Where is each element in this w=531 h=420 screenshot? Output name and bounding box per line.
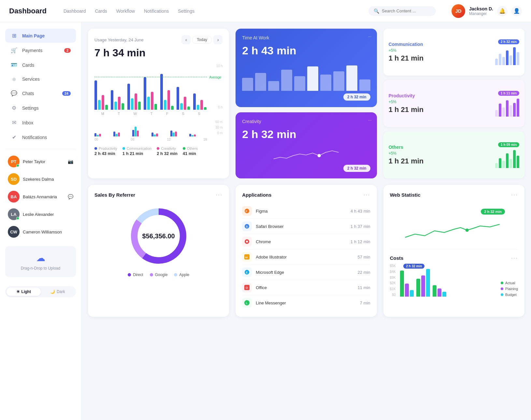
web-stat-svg [390, 218, 518, 244]
app-card-header: Applications ··· [242, 191, 370, 198]
comm-dot [122, 147, 125, 150]
comm-card-value: 1 h 21 min [389, 54, 424, 63]
prod-chart-bars [495, 97, 519, 117]
nav-settings[interactable]: Settings [178, 8, 194, 14]
contact-szekeres-dalma[interactable]: SD Szekeres Dalma [5, 171, 76, 188]
app-more-btn[interactable]: ··· [364, 191, 370, 198]
creativity-more-btn[interactable]: ··· [368, 118, 372, 122]
creativity-value: 2 h 32 min [242, 128, 370, 141]
web-stat-more-btn[interactable]: ··· [511, 191, 518, 198]
prod-card-left: Productivity +5% 1 h 21 min [389, 93, 424, 114]
sidebar-item-main-page[interactable]: ⊞ Main Page [5, 29, 76, 43]
comm-badge: 2 h 32 min [498, 39, 519, 44]
plaining-label: Plaining [505, 287, 518, 291]
sidebar-item-chats[interactable]: 💬 Chats 24 [5, 86, 76, 100]
mini-label-06: 06 [131, 138, 134, 141]
contact-peter-taylor[interactable]: PT Peter Taylor 📷 [5, 153, 76, 170]
prev-arrow[interactable]: ‹ [181, 35, 191, 44]
costs-badge: 2 h 32 min [403, 264, 424, 269]
figma-name: Figma [256, 209, 347, 214]
sidebar-item-inbox[interactable]: ✉ Inbox [5, 116, 76, 130]
others-card-right: 1 h 09 min [495, 142, 519, 168]
google-label: Google [155, 273, 168, 277]
contact-avatar-cameron: CW [8, 226, 20, 238]
usage-subtitle: Usage Yesterday, 24 June [94, 37, 144, 42]
donut-legend: Direct Google Apple [128, 273, 189, 277]
upload-section[interactable]: ☁ Drag-n-Drop to Upload [5, 246, 76, 277]
usage-card: Usage Yesterday, 24 June ‹ Today › 7 h 3… [88, 29, 229, 178]
sidebar-item-services[interactable]: ◎ Services [5, 73, 76, 86]
edge-name: Microsoft Edge [256, 270, 353, 275]
adobe-icon: Ai [242, 252, 252, 262]
bar-m-prod [94, 80, 97, 110]
light-theme-btn[interactable]: ☀ Light [7, 287, 41, 296]
upload-text: Drag-n-Drop to Upload [12, 266, 69, 271]
time-bar-2 [255, 73, 266, 91]
contact-leslie[interactable]: LA Leslie Alexander [5, 206, 76, 223]
sales-more-btn[interactable]: ··· [216, 191, 222, 198]
crea-label: Creativity [161, 147, 176, 150]
chart-label-w: W [134, 112, 137, 116]
bar-group-s2 [193, 93, 207, 110]
svg-text:E: E [246, 271, 248, 274]
search-input[interactable] [382, 8, 431, 13]
sidebar-item-notifications[interactable]: ✔ Notifications [5, 130, 76, 144]
web-stat-header: Web Statistic ··· [390, 191, 518, 198]
mini-chart-labels: 00 06 12 18 [94, 138, 207, 141]
contact-avatar-leslie: LA [8, 208, 20, 220]
prod-bar-2 [499, 104, 501, 117]
dark-theme-btn[interactable]: 🌙 Dark [41, 287, 75, 296]
crea-dot [157, 147, 159, 150]
chats-icon: 💬 [10, 90, 18, 96]
sidebar-item-cards[interactable]: 🪪 Cards [5, 58, 76, 72]
chart-label-t2: T [151, 112, 153, 116]
others-bar-4 [506, 153, 509, 168]
donut-container: $56,356.00 [126, 203, 191, 269]
prod-bar-1 [495, 110, 498, 117]
today-btn[interactable]: Today [193, 36, 211, 44]
nav-notifications[interactable]: Notifications [144, 8, 169, 14]
notifications-icon-btn[interactable]: 🔔 [497, 6, 508, 16]
sidebar: ⊞ Main Page 🛒 Payments 2 🪪 Cards ◎ Servi… [0, 22, 81, 420]
contacts-section: PT Peter Taylor 📷 SD Szekeres Dalma BA B… [0, 153, 81, 241]
costs-bars: 2 h 32 min [400, 269, 495, 297]
user-area: JD Jackson D. Mananger 🔔 👤 [452, 4, 522, 18]
sidebar-item-settings[interactable]: ⚙ Settings [5, 101, 76, 115]
others-bar-2 [499, 158, 501, 168]
app-row-chrome: Chrome 1 h 12 min [242, 234, 370, 249]
time-more-btn[interactable]: ··· [368, 34, 372, 39]
cost-bar-plan-1 [405, 284, 409, 297]
sidebar-item-payments[interactable]: 🛒 Payments 2 [5, 43, 76, 57]
contact-name-balazs: Balázs Annamária [23, 194, 57, 199]
time-bar-1 [242, 78, 253, 91]
next-arrow[interactable]: › [213, 35, 222, 44]
search-bar: 🔍 [368, 6, 436, 16]
time-bar-7 [320, 75, 331, 91]
nav-workflow[interactable]: Workflow [116, 8, 135, 14]
cost-bar-actual-3 [433, 285, 437, 297]
nav-dashboard[interactable]: Dashboard [64, 8, 86, 14]
oth-dot [183, 147, 185, 150]
comm-value: 1 h 21 min [122, 151, 151, 156]
web-stat-badge: 2 h 32 min [481, 209, 505, 215]
costs-more-btn[interactable]: ··· [511, 255, 518, 261]
middle-col: Time At Work ··· 2 h 43 min [236, 29, 377, 178]
web-stat-title: Web Statistic [390, 192, 421, 198]
sidebar-label-chats: Chats [22, 91, 34, 96]
legend-creativity: Creativity 2 h 32 min [157, 147, 178, 156]
time-bar-5 [294, 76, 305, 91]
time-at-work-badge: 2 h 32 min [343, 93, 370, 101]
online-dot-leslie [16, 217, 19, 220]
contact-balazs[interactable]: BA Balázs Annamária 💬 [5, 188, 76, 205]
bar-chart: Average [94, 64, 207, 110]
others-card-pct: +5% [389, 151, 424, 156]
safari-name: Safari Browser [256, 224, 347, 229]
sales-title: Sales By Referrer [94, 192, 135, 198]
budget-dot [501, 293, 503, 296]
nav-cards[interactable]: Cards [95, 8, 107, 14]
contact-cameron[interactable]: CW Cameron Williamson [5, 223, 76, 240]
cost-bar-group-3 [433, 285, 446, 297]
prod-card-value: 1 h 21 min [389, 105, 424, 114]
chart-label-m: M [101, 112, 104, 116]
user-settings-icon-btn[interactable]: 👤 [511, 6, 522, 16]
